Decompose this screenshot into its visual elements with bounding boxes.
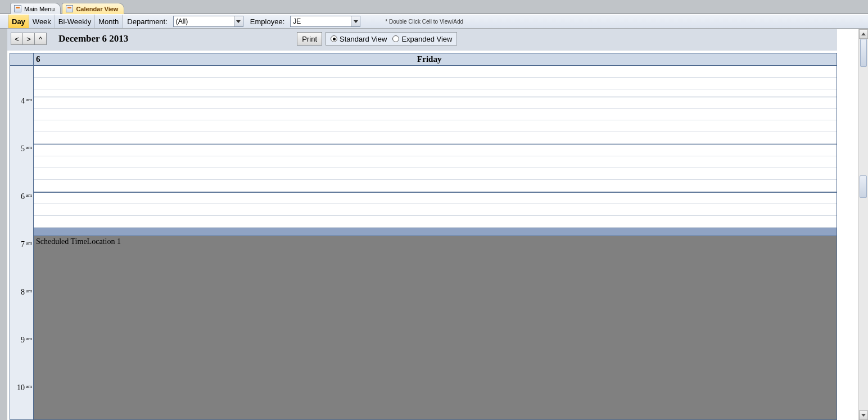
day-column[interactable]: 6 Friday bbox=[33, 53, 837, 420]
chevron-down-icon bbox=[234, 16, 243, 26]
today-button[interactable]: ^ bbox=[34, 33, 47, 45]
tab-main-menu[interactable]: Main Menu bbox=[10, 3, 61, 14]
print-button[interactable]: Print bbox=[297, 32, 322, 46]
secondary-scroll-thumb[interactable] bbox=[860, 175, 867, 198]
current-date-label: December 6 2013 bbox=[46, 33, 128, 44]
standard-view-radio[interactable]: Standard View bbox=[331, 35, 387, 43]
next-day-button[interactable]: > bbox=[22, 33, 35, 45]
event-title: Scheduled TimeLocation 1 bbox=[36, 237, 121, 246]
right-gutter bbox=[837, 29, 868, 420]
department-label: Department: bbox=[123, 15, 171, 28]
time-gutter: 4am 5am 6am 7am 8am 9am 10am bbox=[10, 53, 33, 420]
tab-label: Main Menu bbox=[24, 6, 55, 12]
form-icon bbox=[14, 5, 21, 12]
day-header: 6 Friday bbox=[34, 53, 837, 66]
radio-icon bbox=[392, 35, 399, 42]
tab-calendar-view[interactable]: Calendar View bbox=[62, 3, 124, 14]
filter-bar: Day Week Bi-Weekly Month Department: (Al… bbox=[0, 14, 868, 29]
view-day-button[interactable]: Day bbox=[8, 15, 29, 28]
view-week-button[interactable]: Week bbox=[29, 15, 55, 28]
employee-label: Employee: bbox=[246, 15, 288, 28]
department-combo[interactable]: (All) bbox=[173, 16, 243, 27]
scroll-down-icon[interactable] bbox=[859, 410, 868, 420]
date-nav-bar: < > ^ December 6 2013 Print Standard Vie… bbox=[7, 29, 868, 48]
view-biweekly-button[interactable]: Bi-Weekly bbox=[55, 15, 95, 28]
calendar-event[interactable]: Scheduled TimeLocation 1 bbox=[34, 236, 837, 419]
day-number: 6 bbox=[34, 55, 45, 64]
employee-combo[interactable]: JE bbox=[290, 16, 360, 27]
chevron-down-icon bbox=[351, 16, 360, 26]
tab-label: Calendar View bbox=[76, 6, 118, 12]
scroll-up-icon[interactable] bbox=[859, 29, 868, 39]
hint-text: * Double Click Cell to View/Add bbox=[363, 15, 463, 28]
radio-icon bbox=[331, 35, 337, 42]
scroll-thumb[interactable] bbox=[860, 39, 867, 67]
calendar-grid: 4am 5am 6am 7am 8am 9am 10am 6 Friday bbox=[7, 51, 837, 420]
expanded-view-radio[interactable]: Expanded View bbox=[392, 35, 452, 43]
time-separator-bar bbox=[34, 228, 837, 236]
department-value: (All) bbox=[176, 17, 234, 25]
form-icon bbox=[66, 5, 73, 12]
calendar-content: < > ^ December 6 2013 Print Standard Vie… bbox=[7, 29, 868, 420]
employee-value: JE bbox=[293, 17, 351, 25]
prev-day-button[interactable]: < bbox=[11, 33, 23, 45]
day-name: Friday bbox=[45, 55, 837, 64]
document-tab-strip: Main Menu Calendar View bbox=[0, 0, 868, 14]
vertical-scrollbar[interactable] bbox=[858, 29, 868, 420]
view-radio-group: Standard View Expanded View bbox=[326, 32, 457, 46]
view-month-button[interactable]: Month bbox=[94, 15, 123, 28]
